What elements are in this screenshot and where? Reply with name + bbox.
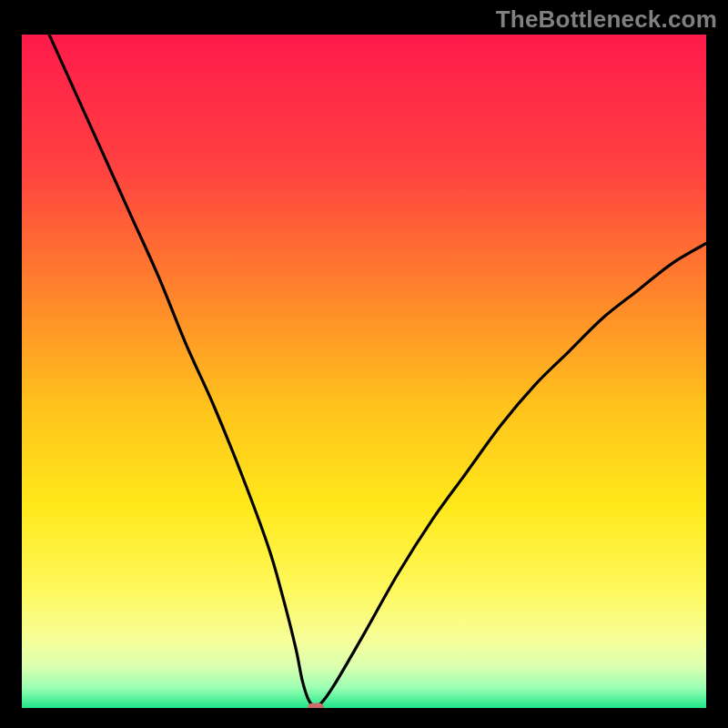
bottleneck-curve-path	[49, 35, 706, 706]
bottleneck-chart: TheBottleneck.com	[0, 0, 728, 728]
curve-layer	[22, 35, 706, 708]
minimum-marker	[308, 703, 324, 709]
plot-area	[22, 35, 706, 708]
watermark-text: TheBottleneck.com	[496, 5, 717, 34]
